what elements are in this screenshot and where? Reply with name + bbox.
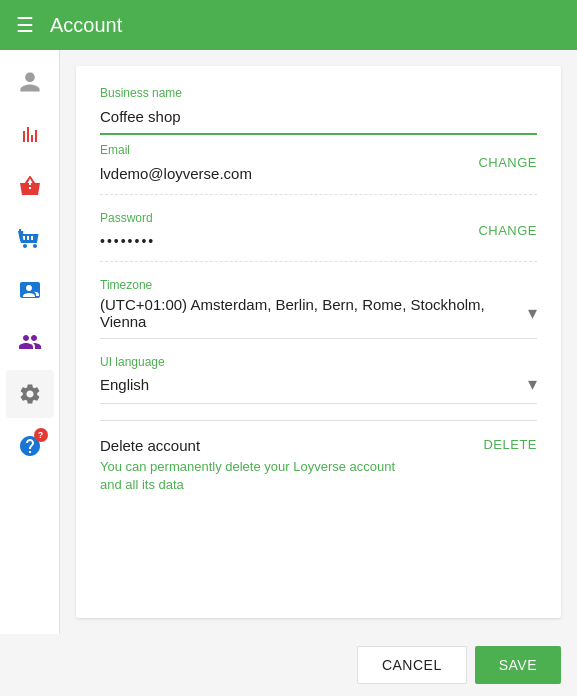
help-badge: ? [34, 428, 48, 442]
settings-icon [18, 382, 42, 406]
business-name-label: Business name [100, 86, 537, 100]
sidebar-item-help[interactable]: ? [6, 422, 54, 470]
account-card: Business name Coffee shop Email lvdemo@l… [76, 66, 561, 618]
password-value: •••••••• [100, 233, 155, 249]
timezone-chevron-icon: ▾ [528, 302, 537, 324]
business-name-section: Business name Coffee shop [100, 86, 537, 135]
email-section: Email lvdemo@loyverse.com CHANGE [100, 143, 537, 195]
email-change-button[interactable]: CHANGE [478, 155, 537, 170]
password-section: Password •••••••• CHANGE [100, 211, 537, 262]
sidebar-item-inventory[interactable] [6, 214, 54, 262]
timezone-label: Timezone [100, 278, 537, 292]
sidebar-item-employees[interactable] [6, 318, 54, 366]
password-left: Password •••••••• [100, 211, 155, 249]
email-value: lvdemo@loyverse.com [100, 165, 252, 182]
sidebar-item-analytics[interactable] [6, 110, 54, 158]
employees-icon [18, 330, 42, 354]
ui-language-dropdown[interactable]: English ▾ [100, 373, 537, 404]
app-header: ☰ Account [0, 0, 577, 50]
delete-account-section: Delete account You can permanently delet… [100, 420, 537, 494]
delete-button[interactable]: DELETE [467, 437, 537, 452]
main-layout: ? Business name Coffee shop Email lvdemo… [0, 50, 577, 634]
ui-language-section: UI language English ▾ [100, 355, 537, 404]
business-name-value: Coffee shop [100, 104, 537, 135]
password-label: Password [100, 211, 155, 225]
inventory-icon [18, 226, 42, 250]
page-title: Account [50, 14, 122, 37]
email-label: Email [100, 143, 252, 157]
timezone-dropdown[interactable]: (UTC+01:00) Amsterdam, Berlin, Bern, Rom… [100, 296, 537, 339]
ui-language-value: English [100, 376, 149, 393]
password-change-button[interactable]: CHANGE [478, 223, 537, 238]
language-chevron-icon: ▾ [528, 373, 537, 395]
menu-icon[interactable]: ☰ [16, 13, 34, 37]
timezone-section: Timezone (UTC+01:00) Amsterdam, Berlin, … [100, 278, 537, 339]
email-left: Email lvdemo@loyverse.com [100, 143, 252, 182]
sidebar-item-avatar[interactable] [6, 58, 54, 106]
customers-icon [18, 278, 42, 302]
delete-description: You can permanently delete your Loyverse… [100, 458, 467, 494]
orders-icon [18, 174, 42, 198]
sidebar-item-orders[interactable] [6, 162, 54, 210]
timezone-value: (UTC+01:00) Amsterdam, Berlin, Bern, Rom… [100, 296, 528, 330]
sidebar-item-settings[interactable] [6, 370, 54, 418]
delete-title: Delete account [100, 437, 467, 454]
save-button[interactable]: SAVE [475, 646, 561, 684]
sidebar-item-customers[interactable] [6, 266, 54, 314]
avatar-icon [18, 70, 42, 94]
cancel-button[interactable]: CANCEL [357, 646, 467, 684]
footer-bar: CANCEL SAVE [0, 634, 577, 696]
sidebar: ? [0, 50, 60, 634]
content-area: Business name Coffee shop Email lvdemo@l… [60, 50, 577, 634]
analytics-icon [18, 122, 42, 146]
ui-language-label: UI language [100, 355, 537, 369]
delete-text: Delete account You can permanently delet… [100, 437, 467, 494]
